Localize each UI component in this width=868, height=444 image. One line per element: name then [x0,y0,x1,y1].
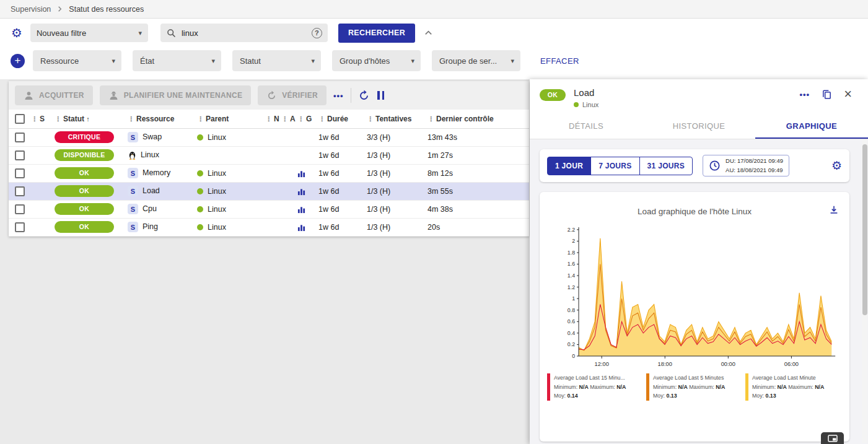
column-menu-icon[interactable]: ⋮ [427,115,434,123]
more-actions-icon[interactable]: ••• [333,91,344,100]
sort-asc-icon[interactable]: ↑ [86,115,90,123]
column-header-ressource[interactable]: ⋮Ressource [128,110,197,128]
column-menu-icon[interactable]: ⋮ [55,115,61,123]
panel-more-actions-icon[interactable]: ••• [799,90,810,99]
resource-name[interactable]: Swap [142,133,162,141]
resource-name[interactable]: Memory [142,168,170,177]
filter-settings-gear-icon[interactable]: ⚙ [11,27,22,39]
resource-name[interactable]: Load [142,186,160,195]
select-all-checkbox[interactable] [15,114,25,124]
parent-name[interactable]: Linux [208,187,226,196]
chevron-down-icon: ▾ [511,57,514,65]
check-button[interactable]: VÉRIFIER [258,85,327,105]
help-icon[interactable]: ? [312,28,322,38]
column-menu-icon[interactable]: ⋮ [197,115,204,123]
parent-name[interactable]: Linux [208,133,226,142]
range-button-1jour[interactable]: 1 JOUR [547,157,591,175]
filter-dropdown-3[interactable]: Group d'hôtes▾ [332,50,421,71]
copy-link-icon[interactable] [822,89,832,100]
table-row[interactable]: CRITIQUESSwapLinux1w 6d3/3 (H)13m 43s [9,128,529,146]
legend-item[interactable]: Average Load Last MinuteMinimum: N/A Max… [745,373,840,401]
row-checkbox[interactable] [15,133,25,142]
notes-cell [265,146,281,164]
legend-item[interactable]: Average Load Last 15 Minu...Minimum: N/A… [547,373,641,401]
duration-cell: 1w 6d [318,182,367,200]
column-menu-icon[interactable]: ⋮ [128,115,134,123]
tab-graphique[interactable]: GRAPHIQUE [755,114,868,139]
parent-name[interactable]: Linux [208,223,226,232]
export-chart-icon[interactable] [828,204,840,215]
graph-icon[interactable] [297,188,305,196]
search-box[interactable]: ? [160,24,328,42]
filter-dropdown-0[interactable]: Ressource▾ [33,50,121,71]
row-checkbox[interactable] [15,222,25,232]
column-header-s[interactable]: ⋮S [31,110,55,128]
row-checkbox[interactable] [15,186,25,196]
date-range-picker[interactable]: DU: 17/08/2021 09:49 AU: 18/08/2021 09:4… [703,155,789,176]
screen-overlay-indicator[interactable] [821,432,844,444]
range-button-7jours[interactable]: 7 JOURS [590,157,639,175]
row-checkbox[interactable] [15,204,25,214]
panel-parent-name[interactable]: Linux [582,101,598,108]
column-menu-icon[interactable]: ⋮ [31,115,38,123]
row-checkbox[interactable] [15,168,25,178]
column-header-n[interactable]: ⋮N [265,110,281,128]
tab-details[interactable]: DÉTAILS [530,114,642,139]
search-button[interactable]: RECHERCHER [338,24,415,43]
pause-icon[interactable] [377,91,385,100]
acknowledge-button[interactable]: ACQUITTER [15,85,93,105]
tab-historique[interactable]: HISTORIQUE [642,114,755,139]
scrollbar-thumb[interactable] [862,144,867,315]
column-menu-icon[interactable]: ⋮ [297,115,304,123]
column-menu-icon[interactable]: ⋮ [318,115,325,123]
host-status-dot [197,170,203,176]
ack-cell [281,128,297,146]
table-row[interactable]: OKSMemoryLinux1w 6d1/3 (H)8m 12s [9,164,529,182]
column-menu-icon[interactable]: ⋮ [367,115,374,123]
table-row[interactable]: OKSLoadLinux1w 6d1/3 (H)3m 55s [9,182,529,200]
chevron-up-icon[interactable] [424,27,433,38]
status-badge: CRITIQUE [55,131,114,143]
scrollbar[interactable] [862,140,867,443]
close-icon[interactable]: × [844,87,852,101]
range-button-31jours[interactable]: 31 JOURS [639,157,693,175]
column-header-g[interactable]: ⋮G [297,110,318,128]
clear-filters-button[interactable]: EFFACER [540,56,579,66]
legend-item[interactable]: Average Load Last 5 MinutesMinimum: N/A … [646,373,740,401]
add-filter-button[interactable]: + [11,54,25,68]
column-header-derniercontrle[interactable]: ⋮Dernier contrôle [427,110,529,128]
breadcrumb-item-statut-des-ressources[interactable]: Statut des ressources [69,5,144,14]
filter-dropdown-label: Group d'hôtes [340,56,390,66]
column-header-a[interactable]: ⋮A [281,110,297,128]
row-checkbox[interactable] [15,150,25,160]
saved-filter-select[interactable]: Nouveau filtre ▾ [30,24,148,42]
column-header-parent[interactable]: ⋮Parent [197,110,265,128]
filter-dropdown-1[interactable]: État▾ [133,50,221,71]
table-row[interactable]: DISPONIBLELinux1w 6d1/3 (H)1m 27s [9,146,529,164]
column-menu-icon[interactable]: ⋮ [265,115,272,123]
chart-legend: Average Load Last 15 Minu...Minimum: N/A… [547,373,842,401]
parent-name[interactable]: Linux [208,169,226,178]
column-header-dure[interactable]: ⋮Durée [318,110,367,128]
breadcrumb-item-supervision[interactable]: Supervision [11,5,51,14]
graph-icon[interactable] [297,206,305,214]
filter-dropdown-4[interactable]: Groupe de ser...▾ [432,50,520,71]
graph-icon[interactable] [297,224,305,232]
table-row[interactable]: OKSPingLinux1w 6d1/3 (H)20s [9,218,529,236]
column-header-statut[interactable]: ⋮Statut ↑ [55,110,128,128]
graph-icon[interactable] [297,170,305,178]
resource-name[interactable]: Linux [141,150,159,159]
time-range-card: 1 JOUR7 JOURS31 JOURS DU: 17/08/2021 09:… [540,149,849,182]
resource-name[interactable]: Cpu [142,204,157,213]
column-header-tentatives[interactable]: ⋮Tentatives [367,110,427,128]
search-input[interactable] [182,28,290,38]
table-row[interactable]: OKSCpuLinux1w 6d1/3 (H)4m 38s [9,200,529,218]
refresh-icon[interactable] [358,90,370,102]
filter-dropdown-2[interactable]: Statut▾ [232,50,321,71]
resource-name[interactable]: Ping [142,222,158,231]
column-menu-icon[interactable]: ⋮ [281,115,288,123]
maintenance-button[interactable]: PLANIFIER UNE MAINTENANCE [100,85,252,105]
graph-settings-gear-icon[interactable]: ⚙ [831,160,842,172]
host-status-dot [574,102,579,107]
parent-name[interactable]: Linux [208,205,226,214]
